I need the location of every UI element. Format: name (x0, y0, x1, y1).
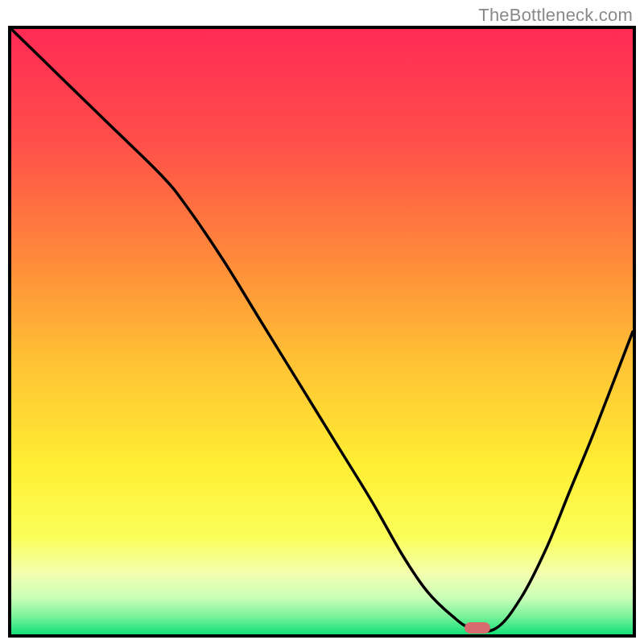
chart-curve (11, 29, 633, 634)
chart-frame (8, 26, 636, 638)
watermark-text: TheBottleneck.com (478, 5, 633, 26)
optimal-marker (464, 622, 490, 634)
